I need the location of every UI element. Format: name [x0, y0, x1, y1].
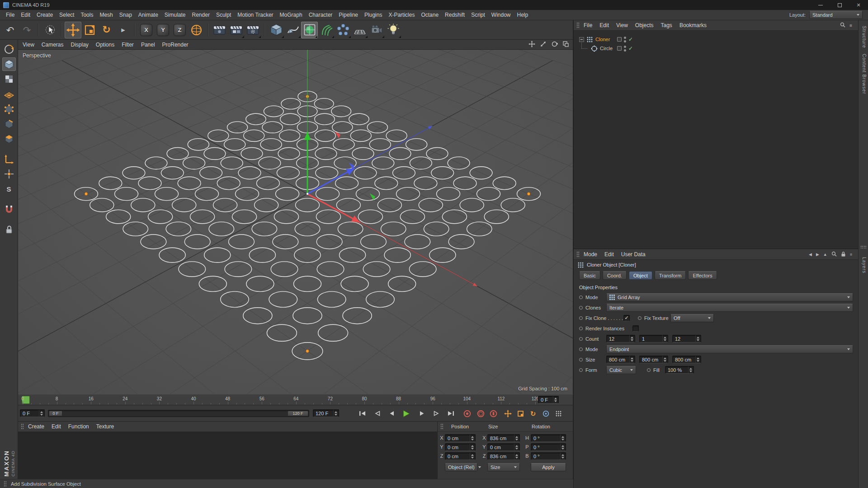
tab-effectors[interactable]: Effectors	[688, 271, 717, 280]
tab-transform[interactable]: Transform	[655, 271, 686, 280]
tab-object[interactable]: Object	[629, 271, 652, 280]
record-position-toggle[interactable]	[501, 408, 514, 418]
lock-icon[interactable]	[841, 251, 846, 258]
material-menu-function[interactable]: Function	[65, 422, 92, 431]
axis-mode-icon[interactable]	[2, 152, 16, 166]
spline-pen-icon[interactable]	[284, 22, 301, 38]
menu-redshift[interactable]: Redshift	[442, 11, 468, 19]
clones-dropdown[interactable]: Iterate	[606, 304, 853, 312]
viewport-solo-icon[interactable]: S	[2, 182, 16, 196]
spinner-buttons[interactable]	[470, 435, 475, 441]
lock-workplane-icon[interactable]	[2, 223, 16, 236]
scale-tool-icon[interactable]	[81, 22, 98, 38]
material-menu-create[interactable]: Create	[25, 422, 47, 431]
camera-object-icon[interactable]	[368, 22, 385, 38]
spinner-buttons[interactable]	[514, 435, 519, 441]
previous-frame-button[interactable]	[385, 408, 398, 418]
spinner-buttons[interactable]	[514, 444, 519, 450]
rotate-tool-icon[interactable]: ↻	[98, 22, 115, 38]
viewport-menu-prorender[interactable]: ProRender	[159, 41, 192, 49]
layer-chip-icon[interactable]	[617, 46, 622, 51]
render-settings-icon[interactable]	[245, 22, 261, 38]
record-scale-toggle[interactable]	[514, 408, 527, 418]
spinner-buttons[interactable]	[470, 444, 475, 450]
fix-clone-checkbox[interactable]: ✓	[623, 315, 630, 321]
viewport-menu-panel[interactable]: Panel	[137, 41, 159, 49]
om-menu-file[interactable]: File	[580, 21, 595, 29]
points-mode-icon[interactable]	[2, 102, 16, 116]
history-back-icon[interactable]: ◀	[809, 252, 812, 257]
spinner-buttons[interactable]	[662, 335, 667, 342]
om-menu-bookmarks[interactable]: Bookmarks	[676, 21, 710, 29]
undo-icon[interactable]: ↶	[2, 22, 19, 38]
menu-render[interactable]: Render	[189, 11, 213, 19]
minimize-button[interactable]	[811, 0, 830, 10]
grid-mode-dropdown[interactable]: Endpoint	[606, 345, 853, 353]
animation-dot[interactable]	[579, 368, 583, 372]
menu-window[interactable]: Window	[488, 11, 514, 19]
make-editable-icon[interactable]	[2, 42, 16, 56]
rotate-view-icon[interactable]	[551, 41, 558, 49]
edges-mode-icon[interactable]	[2, 117, 16, 131]
menu-create[interactable]: Create	[33, 11, 56, 19]
material-menu-texture[interactable]: Texture	[93, 422, 117, 431]
record-pla-toggle[interactable]	[552, 408, 565, 418]
menu-snap[interactable]: Snap	[116, 11, 135, 19]
menu-octane[interactable]: Octane	[418, 11, 442, 19]
tab-coord[interactable]: Coord.	[603, 271, 627, 280]
expander-icon[interactable]	[579, 37, 584, 42]
material-menu-edit[interactable]: Edit	[48, 422, 64, 431]
range-start-grip[interactable]: 0 F	[49, 411, 62, 416]
current-frame-field[interactable]: 0 F	[20, 409, 45, 417]
side-tab-content-browser[interactable]: Content Browser	[860, 54, 867, 94]
toggle-view-icon[interactable]	[562, 41, 569, 49]
previous-key-button[interactable]	[370, 408, 384, 418]
fill-field[interactable]: 100 %	[665, 366, 694, 374]
om-menu-edit[interactable]: Edit	[596, 21, 612, 29]
animation-dot[interactable]	[579, 358, 583, 361]
menu-help[interactable]: Help	[514, 11, 532, 19]
menu-script[interactable]: Script	[468, 11, 488, 19]
animation-dot[interactable]	[579, 347, 583, 351]
record-parameter-toggle[interactable]	[539, 408, 552, 418]
size-field[interactable]: 800 cm	[672, 356, 701, 363]
spinner-buttons[interactable]	[39, 410, 44, 417]
animation-dot[interactable]	[579, 327, 583, 330]
spinner-buttons[interactable]	[553, 396, 558, 403]
spinner-buttons[interactable]	[629, 356, 634, 363]
menu-mograph[interactable]: MoGraph	[277, 11, 306, 19]
spinner-buttons[interactable]	[560, 444, 565, 450]
layer-chip-icon[interactable]	[617, 37, 622, 42]
size-field[interactable]: 800 cm	[606, 356, 635, 363]
coordinate-mode-dropdown[interactable]: Object (Rel)	[445, 463, 477, 471]
lock-x-axis-icon[interactable]: X	[138, 22, 155, 38]
panel-grip-icon[interactable]	[440, 423, 443, 430]
keyframe-selection-button[interactable]	[486, 408, 500, 418]
menu-file[interactable]: File	[3, 11, 18, 19]
panel-grip-icon[interactable]	[860, 245, 867, 249]
next-frame-button[interactable]	[415, 408, 429, 418]
animation-dot[interactable]	[638, 316, 642, 320]
coordinate-value-field[interactable]: 0 cm	[445, 452, 476, 460]
enabled-check-icon[interactable]: ✓	[628, 45, 633, 52]
menu-edit[interactable]: Edit	[18, 11, 33, 19]
close-button[interactable]: ✕	[849, 0, 868, 10]
menu-motion-tracker[interactable]: Motion Tracker	[234, 11, 276, 19]
enable-snap-icon[interactable]	[2, 167, 16, 181]
panel-options-icon[interactable]: ≡	[850, 252, 852, 257]
object-row-cloner[interactable]: Cloner✓	[574, 35, 859, 44]
panel-grip-icon[interactable]	[21, 423, 24, 430]
spinner-buttons[interactable]	[629, 335, 634, 342]
menu-mesh[interactable]: Mesh	[96, 11, 116, 19]
visibility-dots-icon[interactable]	[624, 37, 626, 42]
timeline-ruler[interactable]: 0816243240485664728088961041121200 F	[18, 394, 573, 405]
viewport-3d[interactable]: Perspective Grid Spacing : 100 cm	[18, 50, 573, 394]
om-menu-tags[interactable]: Tags	[658, 21, 675, 29]
am-menu-mode[interactable]: Mode	[580, 250, 600, 258]
range-end-grip[interactable]: 120 F	[288, 411, 308, 416]
autokey-button[interactable]	[474, 408, 487, 418]
last-used-tool-icon[interactable]: ▶	[115, 22, 132, 38]
om-menu-view[interactable]: View	[613, 21, 631, 29]
coordinate-value-field[interactable]: 0 °	[531, 452, 566, 460]
workplane-mode-icon[interactable]	[2, 87, 16, 101]
